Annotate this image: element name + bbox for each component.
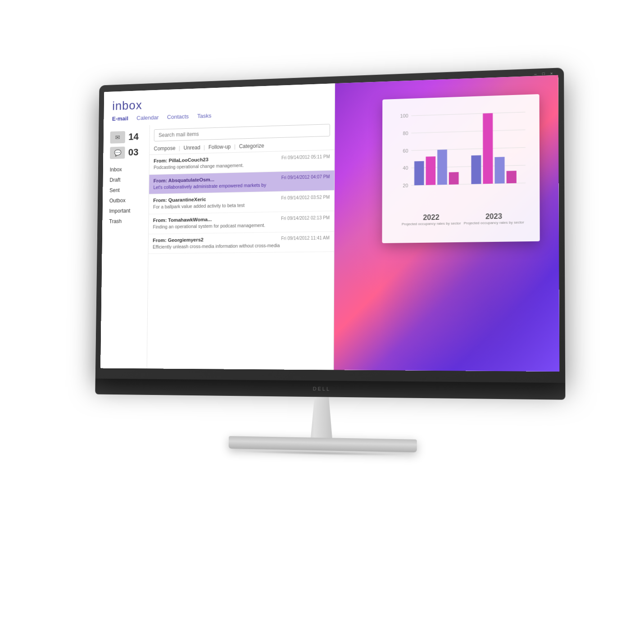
message-counter: 💬 03: [110, 146, 149, 159]
svg-line-2: [411, 147, 526, 150]
tab-email[interactable]: E-mail: [112, 114, 128, 123]
compose-button[interactable]: Compose: [154, 145, 175, 152]
email-counter: ✉ 14: [110, 130, 149, 143]
sidebar-item-trash[interactable]: Trash: [109, 217, 148, 226]
year-2022-sub: Projected occupancy rates by sector: [402, 221, 461, 227]
svg-rect-13: [449, 172, 459, 185]
svg-rect-16: [494, 157, 504, 183]
email-list: From: PillaLooCouch23 Fri 09/14/2012 05:…: [147, 150, 335, 370]
email-item[interactable]: From: TomahawkWoma... Fri 09/14/2012 02:…: [149, 211, 334, 234]
svg-text:100: 100: [400, 113, 408, 119]
chart-labels: 2022 Projected occupancy rates by sector…: [396, 212, 531, 227]
monitor-bezel: – □ × inbox E-mail Calendar Contac: [95, 68, 565, 383]
monitor-wrapper: – □ × inbox E-mail Calendar Contac: [82, 67, 578, 582]
email-date: Fri 09/14/2012 11:41 AM: [281, 236, 330, 241]
message-icon: 💬: [110, 146, 125, 159]
svg-rect-15: [483, 113, 493, 184]
sidebar-item-sent[interactable]: Sent: [109, 186, 149, 194]
scene: – □ × inbox E-mail Calendar Contac: [0, 0, 644, 644]
email-item[interactable]: From: Georgiemyers2 Fri 09/14/2012 11:41…: [148, 231, 334, 254]
email-from: From: TomahawkWoma...: [153, 217, 212, 223]
svg-line-1: [411, 130, 525, 133]
message-count: 03: [128, 147, 139, 159]
email-date: Fri 09/14/2012 02:13 PM: [281, 215, 330, 221]
email-sidebar: ✉ 14 💬 03 Inbox Draft S: [100, 125, 150, 368]
year-2022-label: 2022: [402, 213, 461, 222]
svg-rect-17: [507, 171, 517, 183]
email-item[interactable]: From: QuarantineXeric Fri 09/14/2012 03:…: [149, 190, 335, 214]
monitor: – □ × inbox E-mail Calendar Contac: [82, 67, 578, 582]
email-date: Fri 09/14/2012 04:07 PM: [281, 174, 330, 180]
email-from: From: Georgiemyers2: [153, 237, 204, 243]
chart-year-2023: 2023 Projected occupancy rates by sector: [464, 212, 524, 226]
email-from: From: QuarantineXeric: [153, 197, 206, 203]
svg-text:20: 20: [403, 183, 408, 188]
monitor-neck: [304, 397, 340, 438]
tab-tasks[interactable]: Tasks: [197, 112, 212, 120]
email-from: From: AbsquatulateOsm...: [154, 177, 214, 183]
chart-overlay: 100 80 60 40 20: [382, 94, 540, 243]
followup-button[interactable]: Follow-up: [209, 144, 231, 150]
chart-year-2022: 2022 Projected occupancy rates by sector: [402, 213, 461, 227]
sidebar-item-outbox[interactable]: Outbox: [109, 196, 149, 204]
email-preview: Efficiently unleash cross-media informat…: [153, 241, 330, 250]
sidebar-item-important[interactable]: Important: [109, 207, 148, 215]
svg-rect-10: [414, 161, 424, 186]
unread-button[interactable]: Unread: [183, 145, 200, 151]
email-body: ✉ 14 💬 03 Inbox Draft S: [100, 119, 335, 370]
tab-calendar[interactable]: Calendar: [136, 113, 159, 122]
sidebar-item-draft[interactable]: Draft: [109, 175, 149, 184]
chart-area: 100 80 60 40 20: [396, 104, 531, 211]
email-from: From: PillaLooCouch23: [154, 157, 209, 163]
year-2023-sub: Projected occupancy rates by sector: [464, 220, 524, 226]
svg-text:40: 40: [403, 166, 408, 171]
svg-rect-11: [426, 156, 435, 185]
email-panel: inbox E-mail Calendar Contacts Tasks: [100, 83, 335, 370]
email-count: 14: [128, 131, 139, 143]
sep-2: |: [204, 144, 205, 150]
email-icon: ✉: [110, 131, 125, 144]
email-date: Fri 09/14/2012 05:11 PM: [281, 154, 330, 160]
sep-1: |: [179, 145, 180, 151]
brand-label: DELL: [313, 386, 331, 391]
svg-line-0: [411, 112, 525, 116]
wallpaper-panel: 100 80 60 40 20: [334, 75, 559, 372]
monitor-stand: DELL: [95, 379, 566, 460]
sidebar-item-inbox[interactable]: Inbox: [110, 165, 149, 173]
year-2023-label: 2023: [464, 212, 524, 221]
svg-text:60: 60: [403, 148, 408, 154]
chart-svg: 100 80 60 40 20: [396, 104, 531, 211]
sep-3: |: [234, 144, 236, 150]
categorize-button[interactable]: Categorize: [239, 143, 264, 150]
email-date: Fri 09/14/2012 03:52 PM: [281, 195, 330, 200]
svg-text:80: 80: [403, 131, 408, 136]
svg-rect-12: [437, 150, 447, 185]
screen: inbox E-mail Calendar Contacts Tasks: [100, 75, 559, 372]
tab-contacts[interactable]: Contacts: [167, 112, 189, 121]
search-input[interactable]: [154, 124, 330, 141]
sidebar-nav: Inbox Draft Sent Outbox Important Trash: [109, 165, 149, 225]
email-content: Compose | Unread | Follow-up | Categoriz…: [147, 119, 335, 370]
svg-rect-14: [471, 155, 481, 184]
